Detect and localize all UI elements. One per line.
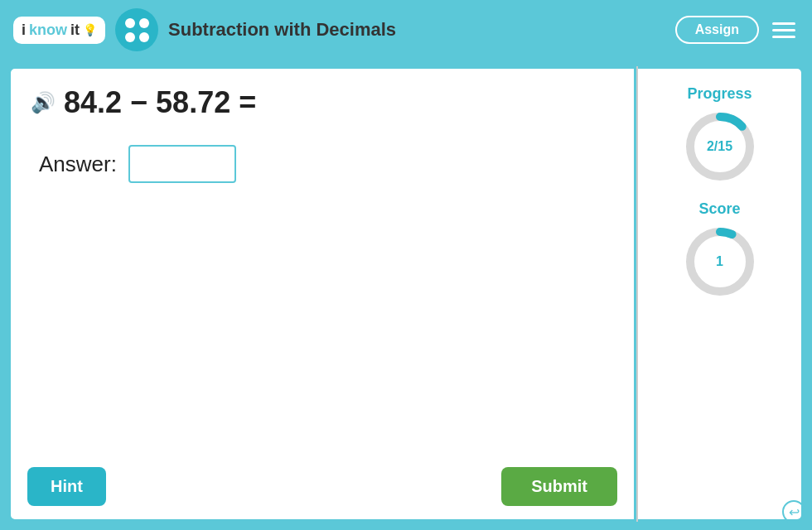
progress-section: Progress 2/15	[683, 85, 757, 184]
hamburger-line-3	[772, 36, 795, 38]
score-donut: 1	[683, 224, 757, 299]
hamburger-menu-button[interactable]	[769, 19, 799, 41]
app-header: iknowit 💡 Subtraction with Decimals Assi…	[0, 0, 812, 60]
activity-dots	[125, 18, 149, 42]
content-panel: 🔊 84.2 − 58.72 = Answer: Hint Submit	[8, 66, 636, 522]
activity-title: Subtraction with Decimals	[168, 19, 665, 41]
progress-label: Progress	[687, 85, 752, 103]
back-icon[interactable]: ↩	[782, 500, 805, 523]
logo: iknowit 💡	[13, 17, 105, 44]
logo-know: know	[29, 22, 67, 39]
bottom-bar: Hint Submit	[27, 467, 617, 506]
hint-button[interactable]: Hint	[27, 467, 106, 506]
score-value: 1	[716, 254, 723, 269]
back-icon-area: ↩	[782, 500, 805, 523]
hamburger-line-2	[772, 29, 795, 31]
activity-icon	[115, 8, 158, 51]
assign-button[interactable]: Assign	[675, 16, 759, 44]
sidebar-panel: Progress 2/15 Score	[638, 66, 804, 522]
logo-it: it	[70, 22, 80, 39]
progress-donut: 2/15	[683, 109, 757, 184]
hamburger-line-1	[772, 22, 795, 25]
score-label: Score	[698, 200, 740, 218]
answer-row: Answer:	[39, 145, 614, 183]
logo-i: i	[22, 22, 26, 39]
question-row: 🔊 84.2 − 58.72 =	[31, 85, 614, 120]
score-section: Score 1	[683, 200, 757, 299]
progress-value: 2/15	[707, 139, 732, 154]
answer-input[interactable]	[128, 145, 236, 183]
question-text: 84.2 − 58.72 =	[64, 85, 256, 120]
submit-button[interactable]: Submit	[501, 467, 617, 506]
sound-icon[interactable]: 🔊	[31, 91, 56, 114]
main-area: 🔊 84.2 − 58.72 = Answer: Hint Submit Pro…	[0, 60, 812, 530]
answer-label: Answer:	[39, 152, 117, 177]
bulb-icon: 💡	[83, 23, 97, 36]
